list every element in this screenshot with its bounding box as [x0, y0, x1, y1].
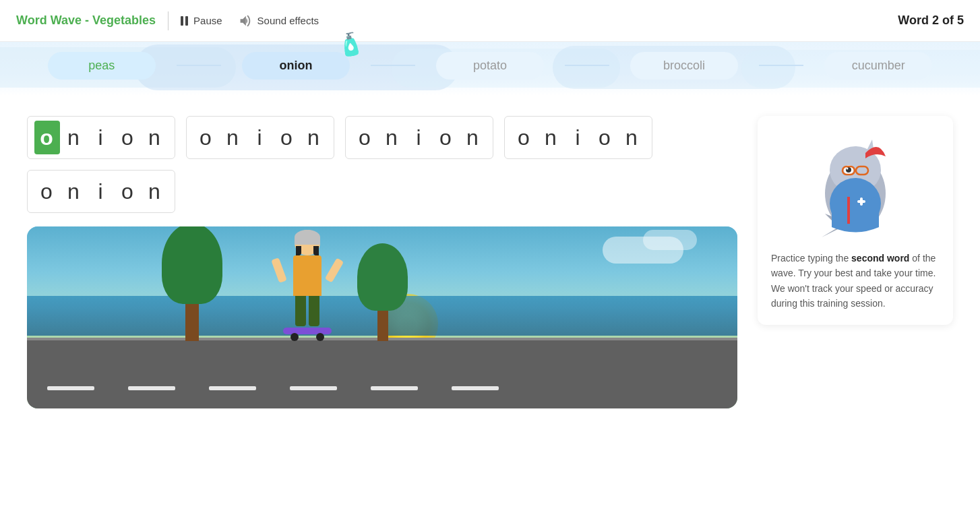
wave-label-broccoli: broccoli — [663, 59, 705, 72]
game-scene — [27, 226, 737, 408]
letter-cell-4-o: o — [512, 121, 537, 154]
letter-cell-5-i: i — [88, 175, 114, 208]
road-dash-3 — [209, 386, 256, 390]
letter-cell-1-n2: n — [142, 121, 168, 154]
letter-cell-1-n: n — [61, 121, 87, 154]
word-counter: Word 2 of 5 — [898, 13, 964, 28]
tree-1 — [162, 226, 222, 341]
road-dash-1 — [47, 386, 94, 390]
letter-cell-5-n: n — [61, 175, 87, 208]
tree-2 — [357, 243, 408, 341]
shark-card: Practice typing the second word of the w… — [758, 116, 953, 325]
word-grid-row1: o n i o n o n i o n o n i o n — [27, 116, 737, 159]
wave-items: peas onion 🧴 potato broccoli — [0, 52, 980, 80]
letter-cell-1-o: o — [34, 121, 60, 154]
letter-cell-2-o: o — [193, 121, 219, 154]
word-grid-row2: o n i o n — [27, 170, 737, 213]
main-content: o n i o n o n i o n o n i o n — [0, 96, 980, 422]
road-dash-6 — [452, 386, 499, 390]
wave-label-cucumber: cucumber — [852, 59, 905, 72]
header-divider — [168, 11, 169, 30]
wave-item-peas[interactable]: peas — [27, 52, 177, 80]
shark-mascot — [801, 129, 909, 244]
app-title: Word Wave - Vegetables — [16, 13, 156, 28]
road — [27, 339, 737, 408]
pause-icon — [181, 16, 188, 26]
wave-connector-4 — [759, 65, 803, 66]
letter-cell-4-n2: n — [619, 121, 645, 154]
road-dash-4 — [290, 386, 337, 390]
pause-label: Pause — [193, 15, 222, 26]
letter-cell-3-o: o — [353, 121, 378, 154]
svg-point-4 — [847, 168, 849, 170]
letter-cell-2-i: i — [247, 121, 273, 154]
shark-svg — [805, 133, 906, 241]
header: Word Wave - Vegetables Pause Sound effec… — [0, 0, 980, 42]
pause-button[interactable]: Pause — [181, 15, 222, 26]
wave-connector-3 — [565, 65, 609, 66]
instruction-text: Practice typing the second word of the w… — [771, 251, 940, 311]
wave-nav: peas onion 🧴 potato broccoli — [0, 42, 980, 96]
letter-cell-4-n: n — [539, 121, 564, 154]
wave-item-broccoli[interactable]: broccoli — [609, 52, 759, 80]
wave-label-onion: onion — [279, 59, 312, 72]
letter-cell-1-i: i — [88, 121, 114, 154]
bottle-icon: 🧴 — [335, 29, 366, 59]
cloud-2 — [643, 230, 697, 250]
letter-cell-2-n2: n — [301, 121, 327, 154]
letter-cell-2-n: n — [220, 121, 246, 154]
word-box-5: o n i o n — [27, 170, 175, 213]
wave-label-potato: potato — [473, 59, 507, 72]
letter-cell-4-i: i — [565, 121, 591, 154]
wave-pill-cucumber[interactable]: cucumber — [824, 52, 932, 80]
wave-item-onion[interactable]: onion 🧴 — [221, 52, 371, 80]
wave-label-peas: peas — [88, 59, 115, 72]
word-box-1: o n i o n — [27, 116, 175, 159]
svg-rect-11 — [860, 197, 863, 206]
word-box-2: o n i o n — [186, 116, 334, 159]
typing-area: o n i o n o n i o n o n i o n — [27, 116, 737, 408]
letter-cell-5-o2: o — [115, 175, 141, 208]
letter-cell-3-i: i — [406, 121, 432, 154]
instruction-bold-1: second word — [851, 253, 909, 264]
wave-item-potato[interactable]: potato — [415, 52, 565, 80]
letter-cell-3-n: n — [379, 121, 405, 154]
sound-effects-label: Sound effects — [257, 15, 319, 26]
road-dashes — [27, 386, 737, 390]
wave-connector-2 — [371, 65, 415, 66]
wave-pill-peas[interactable]: peas — [48, 52, 156, 80]
wave-item-cucumber[interactable]: cucumber — [803, 52, 953, 80]
road-dash-2 — [128, 386, 175, 390]
word-box-3: o n i o n — [345, 116, 493, 159]
letter-cell-2-o2: o — [274, 121, 300, 154]
wave-pill-onion[interactable]: onion — [242, 52, 350, 80]
wave-pill-potato[interactable]: potato — [436, 52, 544, 80]
letter-cell-4-o2: o — [592, 121, 618, 154]
letter-cell-3-o2: o — [433, 121, 459, 154]
wave-pill-broccoli[interactable]: broccoli — [630, 52, 738, 80]
sound-effects-button[interactable]: Sound effects — [237, 13, 319, 28]
road-dash-5 — [371, 386, 418, 390]
letter-cell-5-n2: n — [142, 175, 168, 208]
sidebar: Practice typing the second word of the w… — [758, 116, 953, 408]
letter-cell-5-o: o — [34, 175, 60, 208]
skater-character — [283, 230, 332, 341]
letter-cell-3-n2: n — [460, 121, 486, 154]
word-box-4: o n i o n — [504, 116, 652, 159]
sound-icon — [237, 13, 252, 28]
wave-connector-1 — [177, 65, 221, 66]
letter-cell-1-o2: o — [115, 121, 141, 154]
